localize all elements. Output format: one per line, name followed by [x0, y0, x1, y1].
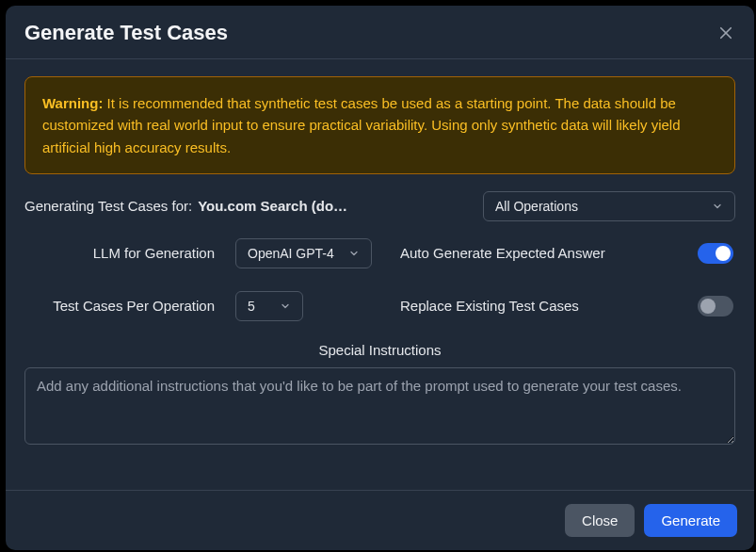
llm-label: LLM for Generation: [26, 245, 215, 261]
replace-toggle[interactable]: [698, 296, 733, 317]
modal-header: Generate Test Cases: [6, 6, 754, 59]
llm-field: LLM for Generation OpenAI GPT-4: [26, 238, 372, 268]
special-instructions-input[interactable]: [24, 367, 735, 445]
warning-banner: Warning: It is recommended that syntheti…: [24, 76, 735, 174]
modal-body: Warning: It is recommended that syntheti…: [6, 59, 754, 490]
chevron-down-icon: [280, 300, 291, 312]
per-op-select[interactable]: 5: [235, 291, 303, 321]
replace-field: Replace Existing Test Cases: [400, 296, 733, 317]
generate-button[interactable]: Generate: [644, 504, 737, 537]
close-button[interactable]: Close: [565, 504, 635, 537]
llm-select[interactable]: OpenAI GPT-4: [235, 238, 372, 268]
special-instructions-section: Special Instructions: [24, 342, 735, 445]
operations-select[interactable]: All Operations: [483, 191, 735, 221]
replace-label: Replace Existing Test Cases: [400, 298, 579, 314]
modal-footer: Close Generate: [6, 490, 754, 550]
per-op-label: Test Cases Per Operation: [26, 298, 215, 314]
generating-for: Generating Test Cases for: You.com Searc…: [24, 198, 460, 214]
settings-grid: LLM for Generation OpenAI GPT-4 Auto Gen…: [24, 238, 735, 321]
target-row: Generating Test Cases for: You.com Searc…: [24, 191, 735, 221]
generating-for-label: Generating Test Cases for:: [24, 198, 192, 214]
auto-answer-toggle[interactable]: [698, 243, 733, 264]
generate-test-cases-modal: Generate Test Cases Warning: It is recom…: [6, 6, 754, 550]
generating-for-target: You.com Search (do…: [198, 198, 347, 214]
auto-answer-label: Auto Generate Expected Answer: [400, 245, 605, 261]
chevron-down-icon: [712, 201, 723, 212]
auto-answer-field: Auto Generate Expected Answer: [400, 243, 733, 264]
warning-text: It is recommended that synthetic test ca…: [42, 95, 681, 155]
warning-label: Warning:: [42, 95, 103, 111]
per-op-value: 5: [248, 299, 255, 314]
close-icon[interactable]: [716, 24, 735, 42]
per-op-field: Test Cases Per Operation 5: [26, 291, 372, 321]
chevron-down-icon: [348, 248, 360, 259]
special-instructions-label: Special Instructions: [318, 342, 441, 358]
modal-title: Generate Test Cases: [24, 21, 228, 45]
llm-select-value: OpenAI GPT-4: [248, 246, 334, 261]
operations-select-value: All Operations: [495, 199, 578, 214]
